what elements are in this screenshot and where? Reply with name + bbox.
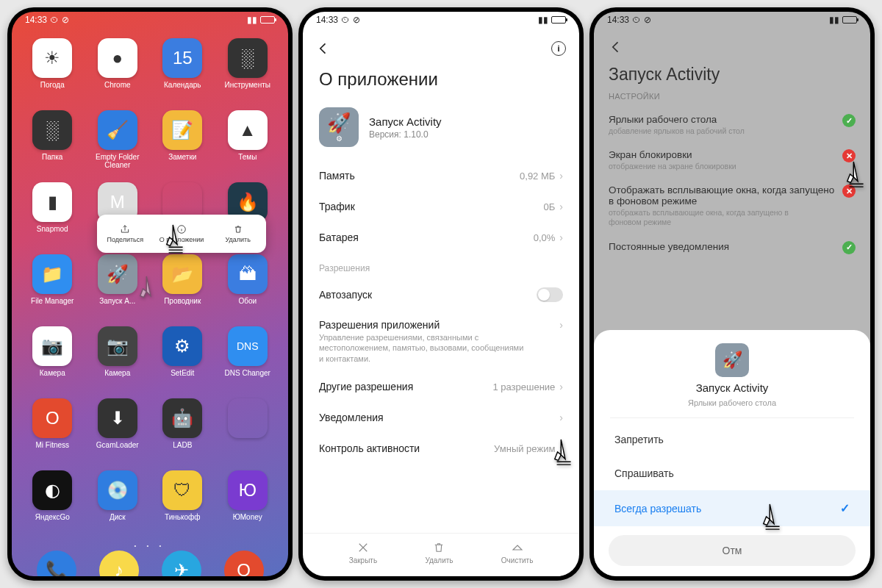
app-chrome[interactable]: ●Chrome [87, 38, 148, 109]
option-ask[interactable]: Спрашивать [594, 456, 870, 490]
dock-app[interactable]: 📞 [37, 551, 76, 576]
option-always-allow[interactable]: Всегда разрешать ✓ [594, 490, 870, 526]
dock-app[interactable]: ♪ [99, 551, 139, 576]
row-app-permissions[interactable]: Разрешения приложений Управление разреше… [303, 312, 579, 371]
app-календарь[interactable]: 15Календарь [152, 38, 213, 109]
app-icon [228, 398, 268, 438]
app-file-manager[interactable]: 📁File Manager [22, 254, 83, 325]
alarm-icon: ⏲ [632, 15, 641, 25]
app-icon: 🚀 [715, 343, 749, 377]
action-clear[interactable]: Очистить [501, 541, 534, 564]
app-обои[interactable]: 🏔Обои [218, 254, 279, 325]
app-icon: 🚀⚙ [319, 107, 359, 147]
row-other-permissions[interactable]: Другие разрешения 1 разрешение› [303, 371, 579, 402]
autostart-toggle[interactable] [537, 287, 563, 302]
permission-row[interactable]: Ярлыки рабочего столадобавление ярлыков … [609, 108, 856, 143]
app-label: Empty Folder Cleaner [89, 153, 146, 169]
app-яндексgo[interactable]: ◐ЯндексGo [22, 470, 83, 541]
app-icon: ░ [228, 38, 268, 78]
signal-icon: ▮▮ [538, 15, 548, 25]
dnd-icon: ⊘ [353, 15, 360, 25]
app-snapmod[interactable]: ▮Snapmod [22, 182, 83, 253]
row-memory[interactable]: Память 0,92 МБ› [303, 160, 579, 191]
row-traffic[interactable]: Трафик 0Б› [303, 191, 579, 222]
battery-icon [551, 16, 566, 24]
app-темы[interactable]: ▲Темы [218, 110, 279, 181]
permission-row[interactable]: Постоянные уведомления ✓ [609, 235, 856, 262]
app-камера[interactable]: 📷Камера [22, 326, 83, 397]
app-label: SetEdit [171, 369, 194, 377]
permission-sheet: 🚀 Запуск Activity Ярлыки рабочего стола … [594, 330, 870, 576]
statusbar: 14:33 ⏲ ⊘ ▮▮ [303, 12, 579, 28]
app-тинькофф[interactable]: 🛡Тинькофф [152, 470, 213, 541]
cursor-icon [760, 503, 788, 534]
app-icon: O [32, 398, 72, 438]
sheet-permission-name: Ярлыки рабочего стола [688, 398, 776, 407]
app-папка[interactable]: ░Папка [22, 110, 83, 181]
app-камера[interactable]: 📷Камера [87, 326, 148, 397]
alarm-icon: ⏲ [341, 15, 350, 25]
app-empty-folder-cleaner[interactable]: 🧹Empty Folder Cleaner [87, 110, 148, 181]
permission-row[interactable]: Экран блокировкиотображение на экране бл… [609, 143, 856, 179]
cursor-icon [551, 438, 579, 469]
app-label: Камера [104, 369, 130, 377]
dock-app[interactable]: ✈ [162, 551, 201, 576]
cursor-icon [137, 275, 165, 306]
app-label: Диск [110, 513, 126, 521]
popup-share[interactable]: Поделиться [97, 215, 154, 253]
row-battery[interactable]: Батарея 0,0%› [303, 222, 579, 253]
action-close[interactable]: Закрыть [349, 541, 378, 564]
dock-app[interactable]: O [224, 551, 264, 576]
app-dns-changer[interactable]: DNSDNS Changer [218, 326, 279, 397]
popup-delete[interactable]: Удалить [209, 215, 266, 253]
info-icon[interactable]: i [551, 41, 566, 56]
cursor-icon [844, 160, 870, 191]
back-icon[interactable] [316, 41, 331, 56]
app-icon: 📂 [162, 254, 202, 294]
app-mi-fitness[interactable]: OMi Fitness [22, 398, 83, 469]
app-диск[interactable]: 💿Диск [87, 470, 148, 541]
dnd-icon: ⊘ [62, 15, 69, 25]
phone-home: 14:33 ⏲ ⊘ ▮▮ Поделиться О приложении [7, 7, 293, 581]
signal-icon: ▮▮ [247, 15, 257, 25]
app-инструменты[interactable]: ░Инструменты [218, 38, 279, 109]
app-юмoney[interactable]: ЮЮМoney [218, 470, 279, 541]
action-delete[interactable]: Удалить [425, 541, 453, 564]
app-label: Темы [238, 153, 257, 161]
app-label: Mi Fitness [35, 441, 69, 449]
app-icon: 💿 [98, 470, 137, 510]
app-icon: ● [98, 38, 137, 78]
app-погода[interactable]: ☀Погода [22, 38, 83, 109]
page-indicator: • • • [12, 541, 288, 551]
app-setedit[interactable]: ⚙SetEdit [152, 326, 213, 397]
cancel-button[interactable]: Отм [609, 535, 856, 566]
app-gcamloader[interactable]: ⬇GcamLoader [87, 398, 148, 469]
option-deny[interactable]: Запретить [594, 423, 870, 456]
app-label: Камера [40, 369, 65, 377]
app-icon: ☀ [32, 38, 72, 78]
allowed-icon: ✓ [842, 114, 856, 127]
back-icon[interactable] [609, 40, 623, 54]
signal-icon: ▮▮ [829, 15, 839, 25]
status-time: 14:33 [25, 15, 47, 25]
app-version: Версия: 1.10.0 [369, 129, 442, 140]
status-time: 14:33 [607, 15, 629, 25]
app-icon: 🚀 [98, 254, 137, 294]
app-ladb[interactable]: 🤖LADB [152, 398, 213, 469]
app-blank [218, 398, 279, 469]
app-заметки[interactable]: 📝Заметки [152, 110, 213, 181]
app-icon: 🏔 [228, 254, 268, 294]
app-icon: 🧹 [98, 110, 137, 150]
app-label: File Manager [31, 297, 74, 305]
row-autostart[interactable]: Автозапуск [303, 278, 579, 312]
app-label: Snapmod [37, 225, 68, 233]
app-icon: 🤖 [162, 398, 202, 438]
row-notifications[interactable]: Уведомления › [303, 402, 579, 433]
row-activity-control[interactable]: Контроль активности Умный режим› [303, 433, 579, 464]
app-icon: 🛡 [162, 470, 202, 510]
dock: 📞♪✈O [12, 551, 288, 576]
app-icon: 📝 [162, 110, 202, 150]
app-label: GcamLoader [96, 441, 139, 449]
permission-row[interactable]: Отображать всплывающие окна, когда запущ… [609, 179, 856, 234]
status-time: 14:33 [316, 15, 338, 25]
